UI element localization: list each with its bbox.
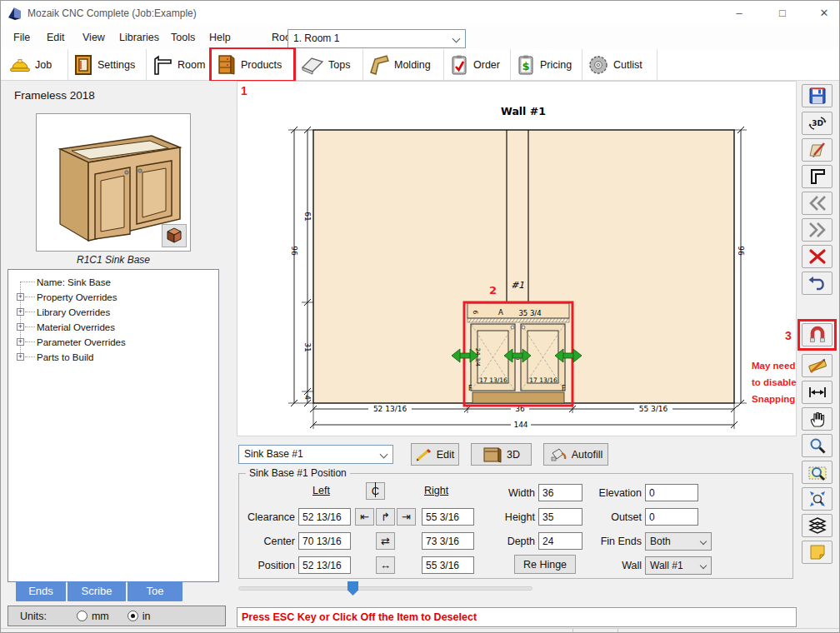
elevation-field[interactable]: 0 [645,484,698,501]
tree-item-material-overrides[interactable]: +Material Overrides [8,320,218,335]
tree-item-parameter-overrides[interactable]: +Parameter Overrides [8,335,218,350]
zoom-extents-button[interactable] [802,487,832,511]
snap-left-button[interactable]: ⇤ [355,508,374,526]
note-button[interactable] [802,541,832,564]
position-right-field[interactable]: 55 3/16 [422,556,474,574]
job-button[interactable]: Job [4,49,68,80]
rehinge-button[interactable]: Re Hinge [514,555,576,574]
tree-item-name[interactable]: Name: Sink Base [8,275,218,290]
units-mm-radio[interactable]: mm [77,611,109,622]
draw-dimension-button[interactable] [802,354,832,377]
close-button[interactable]: ✕ [810,6,838,21]
collapse-left-button[interactable] [802,192,832,215]
order-button[interactable]: Order [444,49,511,80]
product-preview[interactable] [36,113,191,252]
dimension-button[interactable] [802,381,832,404]
door-knob [511,326,514,329]
fin-ends-select[interactable]: Both [645,532,712,551]
fin-ends-value: Both [650,536,671,547]
cab-top-rail-dim: 6 [472,311,479,315]
swap-center-button[interactable]: ⇄ [376,532,395,550]
products-button[interactable]: Products [212,49,293,80]
undo-icon [808,275,828,292]
delete-button[interactable] [802,245,832,268]
threed-button[interactable]: 3D [471,443,532,466]
wall-segment-label: #1 [511,280,524,291]
molding-button[interactable]: Molding [363,49,444,80]
cabinet-3d-icon [482,446,502,463]
threed-label: 3D [507,449,520,461]
clipboard-dollar-icon: $ [516,54,536,76]
stretch-button[interactable]: ↔ [376,556,395,574]
cutlist-button[interactable]: Cutlist [582,49,658,80]
menu-edit[interactable]: Edit [43,30,68,45]
product-select[interactable]: Sink Base #1 [238,445,393,464]
room-button[interactable]: Room [147,49,210,80]
tops-button[interactable]: Tops [296,49,363,80]
tree-connector [25,312,35,312]
dim-total-width: 144 [513,421,528,429]
save-button[interactable] [802,84,832,107]
expand-plus-icon[interactable]: + [17,293,24,301]
units-in-radio[interactable]: in [128,611,151,622]
scribe-button[interactable]: Scribe [68,581,126,601]
maximize-button[interactable]: □ [768,6,797,21]
depth-label: Depth [493,536,535,547]
center-left-field[interactable]: 70 13/16 [298,532,351,550]
pricing-button[interactable]: $ Pricing [511,49,582,80]
menu-file[interactable]: File [10,30,33,45]
rotate-3d-button[interactable]: 3D [802,112,832,135]
snap-center-button[interactable]: ↱ [376,508,395,526]
tree-item-parts-to-build[interactable]: +Parts to Build [8,350,218,365]
clearance-left-field[interactable]: 52 13/16 [298,508,351,526]
snapping-note-line2: to disable [752,374,803,391]
edit-button[interactable]: Edit [411,443,459,466]
ends-button[interactable]: Ends [16,581,66,601]
units-label: Units: [20,611,47,622]
undo-button[interactable] [802,272,832,295]
position-label: Position [239,560,295,571]
position-slider-track[interactable] [238,586,532,591]
snap-magnet-button[interactable] [802,323,832,346]
outset-field[interactable]: 0 [645,508,698,526]
position-left-field[interactable]: 52 13/16 [298,556,351,574]
settings-button[interactable]: Settings [68,49,147,80]
width-field[interactable]: 36 [538,484,582,501]
preview-3d-cube-button[interactable] [162,224,187,247]
expand-plus-icon[interactable]: + [17,323,24,331]
zoom-window-button[interactable] [802,461,832,484]
sketch-pencil-icon [808,141,828,159]
centerline-button[interactable]: C [366,482,385,500]
position-slider-thumb[interactable] [348,581,358,596]
toe-button[interactable]: Toe [128,581,182,601]
expand-plus-icon[interactable]: + [17,353,24,361]
center-right-field[interactable]: 73 3/16 [422,532,474,550]
tree-item-library-overrides[interactable]: +Library Overrides [8,305,218,320]
expand-plus-icon[interactable]: + [17,338,24,346]
tree-item-label: Material Overrides [37,322,115,332]
wall-select[interactable]: Wall #1 [645,556,712,575]
snap-right-button[interactable]: ⇥ [397,508,416,526]
tree-item-property-overrides[interactable]: +Property Overrides [8,290,218,305]
expand-right-button[interactable] [802,218,832,242]
wall-tool-button[interactable] [802,165,832,188]
left-column-header: Left [312,485,330,496]
status-message: Press ESC Key or Click Off the Item to D… [237,607,797,627]
menu-view[interactable]: View [79,30,108,45]
menu-libraries[interactable]: Libraries [116,30,162,45]
minimize-button[interactable]: – [725,6,753,21]
height-field[interactable]: 35 [538,508,582,526]
expand-plus-icon[interactable]: + [17,308,24,316]
autofill-button[interactable]: Autofill [543,443,608,466]
molding-label: Molding [394,59,431,71]
depth-field[interactable]: 24 [538,532,582,550]
menu-help[interactable]: Help [206,30,234,45]
magnifier-icon [808,436,827,455]
zoom-button[interactable] [802,434,832,457]
menu-tools[interactable]: Tools [168,30,198,45]
layers-button[interactable] [802,514,832,537]
pan-button[interactable] [802,407,832,431]
sketch-button[interactable] [802,138,832,162]
room-select[interactable]: 1. Room 1 [288,29,466,48]
clearance-right-field[interactable]: 55 3/16 [422,508,474,526]
